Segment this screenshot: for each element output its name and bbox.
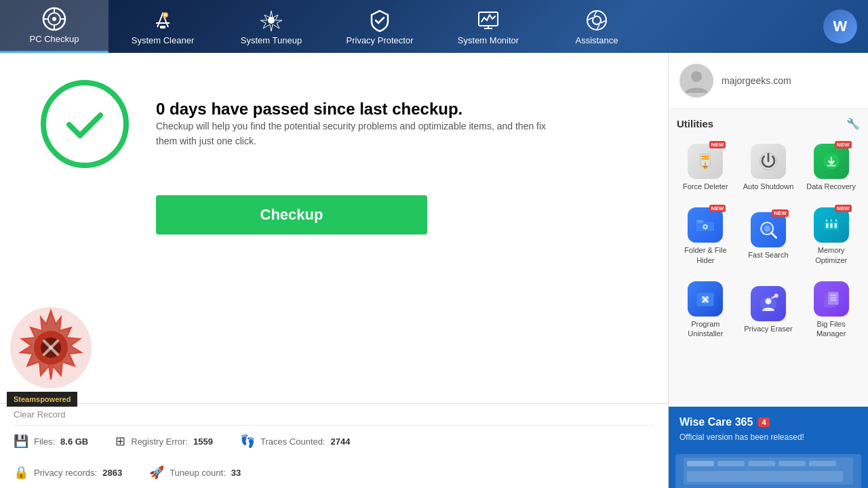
util-data-recovery[interactable]: NEW Data Recovery (802, 138, 860, 197)
data-recovery-icon: NEW (814, 144, 849, 179)
user-thumbnail (679, 64, 713, 98)
wise-care-description: Official version has been released! (679, 432, 857, 442)
svg-rect-36 (830, 224, 833, 228)
checkup-area: 0 days have passed since last checkup. C… (0, 53, 668, 255)
stats-row-2: 🔒 Privacy records: 2863 🚀 Tuneup count: … (14, 457, 654, 488)
nav-label-pc-checkup: PC Checkup (30, 34, 79, 44)
big-files-manager-label: Big Files Manager (805, 319, 857, 339)
nav-label-system-monitor: System Monitor (458, 35, 519, 45)
util-auto-shutdown[interactable]: Auto Shutdown (740, 138, 797, 197)
system-tuneup-icon (259, 8, 283, 33)
folder-hider-icon: NEW (688, 207, 723, 243)
check-circle (41, 80, 129, 168)
data-recovery-label: Data Recovery (806, 182, 856, 191)
tuneup-label: Tuneup count: (170, 468, 226, 478)
left-panel: 0 days have passed since last checkup. C… (0, 53, 668, 488)
nav-item-system-cleaner[interactable]: System Cleaner (108, 0, 217, 53)
checkup-info: 0 days have passed since last checkup. C… (156, 100, 549, 149)
force-deleter-label: Force Deleter (683, 182, 728, 191)
right-sidebar: majorgeeks.com Utilities 🔧 NEW (668, 53, 868, 488)
util-memory-optimizer[interactable]: NEW Memory Optimizer (802, 202, 860, 270)
traces-icon: 👣 (240, 434, 255, 449)
nav-label-system-tuneup: System Tuneup (241, 35, 302, 45)
svg-rect-35 (826, 224, 829, 228)
privacy-eraser-icon (751, 286, 786, 321)
svg-rect-57 (687, 461, 714, 466)
privacy-label: Privacy records: (34, 468, 97, 478)
nav-item-system-tuneup[interactable]: System Tuneup (217, 0, 326, 53)
svg-rect-60 (778, 461, 806, 466)
nav-item-assistance[interactable]: Assistance (542, 0, 651, 53)
checkup-description: Checkup will help you find the potential… (156, 119, 549, 149)
main-container: 0 days have passed since last checkup. C… (0, 53, 868, 488)
traces-label: Traces Counted: (260, 436, 326, 447)
util-force-deleter[interactable]: NEW Force Deleter (677, 138, 734, 197)
registry-value: 1559 (193, 436, 213, 447)
svg-rect-37 (834, 224, 837, 228)
user-avatar[interactable]: W (823, 9, 857, 43)
days-message: 0 days have passed since last checkup. (156, 100, 549, 119)
svg-rect-58 (717, 461, 745, 466)
util-big-files-manager[interactable]: Big Files Manager (802, 276, 860, 344)
stat-traces: 👣 Traces Counted: 2744 (240, 434, 351, 449)
program-uninstaller-label: Program Uninstaller (679, 319, 732, 339)
system-monitor-icon (476, 8, 500, 33)
user-site: majorgeeks.com (722, 75, 791, 86)
nav-label-system-cleaner: System Cleaner (132, 35, 194, 45)
steam-icon (7, 304, 95, 392)
registry-icon: ⊞ (115, 434, 125, 449)
wrench-icon[interactable]: 🔧 (846, 117, 860, 130)
memory-optimizer-label: Memory Optimizer (805, 245, 857, 265)
svg-point-2 (52, 17, 56, 21)
svg-point-30 (705, 226, 707, 228)
clear-record[interactable]: Clear Record (14, 404, 654, 426)
wise-care-title: Wise Care 365 4 (679, 416, 857, 428)
files-label: Files: (34, 436, 55, 447)
auto-shutdown-label: Auto Shutdown (743, 182, 794, 191)
svg-point-15 (593, 16, 601, 24)
svg-point-25 (691, 71, 702, 82)
utilities-section: Utilities 🔧 NEW Force Deleter (669, 109, 868, 407)
util-privacy-eraser[interactable]: Privacy Eraser (740, 276, 797, 344)
auto-shutdown-icon (751, 144, 786, 179)
header: PC Checkup System Cleaner System Tuneup (0, 0, 868, 53)
steam-label: Steamspowered (7, 392, 77, 407)
user-info: majorgeeks.com (669, 53, 868, 109)
program-uninstaller-icon (688, 281, 723, 317)
util-program-uninstaller[interactable]: Program Uninstaller (677, 276, 734, 344)
memory-optimizer-icon: NEW (814, 207, 849, 243)
nav-label-privacy-protector: Privacy Protector (347, 35, 414, 45)
registry-label: Registry Error: (131, 436, 188, 447)
privacy-value: 2863 (102, 468, 122, 478)
privacy-protector-icon (368, 8, 392, 33)
svg-rect-61 (809, 461, 836, 466)
wise-care-preview (675, 454, 861, 488)
folder-hider-label: Folder & File Hider (679, 245, 732, 265)
util-folder-file-hider[interactable]: NEW Folder & File Hider (677, 202, 734, 270)
nav-label-assistance: Assistance (576, 35, 618, 45)
nav-item-pc-checkup[interactable]: PC Checkup (0, 0, 108, 53)
checkup-top: 0 days have passed since last checkup. C… (41, 80, 549, 168)
utilities-header: Utilities 🔧 (677, 117, 860, 130)
wise-care-badge: 4 (758, 418, 769, 427)
svg-point-9 (268, 17, 275, 24)
util-fast-search[interactable]: NEW Fast Search (740, 202, 797, 270)
pc-checkup-icon (42, 7, 66, 31)
nav-item-privacy-protector[interactable]: Privacy Protector (326, 0, 434, 53)
svg-point-32 (764, 226, 770, 232)
checkup-button[interactable]: Checkup (156, 195, 427, 235)
wise-care-banner[interactable]: Wise Care 365 4 Official version has bee… (669, 407, 868, 488)
files-value: 8.6 GB (60, 436, 88, 447)
stat-registry: ⊞ Registry Error: 1559 (115, 434, 213, 449)
svg-point-46 (765, 298, 771, 304)
nav-item-system-monitor[interactable]: System Monitor (434, 0, 542, 53)
privacy-icon: 🔒 (14, 465, 28, 480)
utilities-title: Utilities (677, 118, 713, 129)
fast-search-icon: NEW (751, 212, 786, 247)
svg-point-14 (587, 11, 606, 30)
files-icon: 💾 (14, 434, 28, 449)
svg-rect-59 (748, 461, 775, 466)
traces-value: 2744 (331, 436, 351, 447)
stat-tuneup: 🚀 Tuneup count: 33 (149, 465, 241, 480)
privacy-eraser-label: Privacy Eraser (744, 324, 793, 333)
